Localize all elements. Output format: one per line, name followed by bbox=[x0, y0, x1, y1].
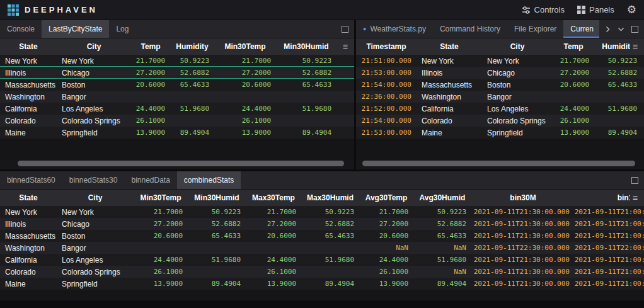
cell-state[interactable]: Illinois bbox=[417, 67, 482, 79]
cell-avg30humid[interactable]: 89.4904 bbox=[413, 278, 471, 290]
column-header-temp[interactable]: Temp bbox=[553, 42, 594, 51]
tab-binneddata[interactable]: binnedData bbox=[124, 171, 176, 189]
column-header-city[interactable]: City bbox=[57, 42, 131, 51]
cell-city[interactable]: New York bbox=[57, 206, 134, 218]
cell-avg30humid[interactable]: 65.4633 bbox=[413, 230, 471, 242]
cell-state[interactable]: Maine bbox=[417, 127, 482, 139]
cell-city[interactable]: Boston bbox=[57, 79, 131, 91]
column-header-max30humid[interactable]: Max30Humid bbox=[301, 193, 359, 202]
cell-timestamp[interactable]: 21:53:00.000 bbox=[356, 67, 417, 79]
cell-city[interactable]: Colorado Springs bbox=[57, 115, 131, 127]
cell-humidity[interactable]: 51.9680 bbox=[170, 103, 214, 115]
table-row[interactable]: IllinoisChicago27.200052.688227.200052.6… bbox=[0, 218, 644, 230]
cell-min30temp[interactable]: 20.6000 bbox=[214, 79, 276, 91]
table-row[interactable]: CaliforniaLos Angeles24.400051.968024.40… bbox=[0, 103, 354, 115]
cell-avg30humid[interactable]: 51.9680 bbox=[413, 254, 471, 266]
cell-temp[interactable]: 27.2000 bbox=[131, 67, 170, 79]
panels-button[interactable]: Panels bbox=[577, 5, 614, 14]
cell-bin30m[interactable]: 2021-09-11T21:30:00.000 bbox=[471, 218, 575, 230]
column-header-avg30humid[interactable]: Avg30Humid bbox=[413, 193, 471, 202]
column-header-state[interactable]: State bbox=[0, 193, 57, 202]
cell-min30humid[interactable]: 89.4904 bbox=[276, 127, 336, 139]
table-row[interactable]: 21:53:00.000MaineSpringfield13.900089.49… bbox=[356, 127, 644, 139]
cell-min30temp[interactable]: 20.6000 bbox=[134, 230, 188, 242]
cell-max30humid[interactable]: 50.9223 bbox=[301, 206, 359, 218]
cell-min30temp[interactable]: 26.1000 bbox=[214, 115, 276, 127]
tab-log[interactable]: Log bbox=[109, 20, 135, 38]
maximize-icon[interactable] bbox=[342, 26, 348, 33]
cell-avg30temp[interactable]: 24.4000 bbox=[359, 254, 413, 266]
column-header-max30temp[interactable]: Max30Temp bbox=[246, 193, 301, 202]
cell-max30humid[interactable]: 52.6882 bbox=[301, 218, 359, 230]
cell-min30humid[interactable]: 51.9680 bbox=[276, 103, 336, 115]
cell-state[interactable]: Illinois bbox=[0, 218, 57, 230]
cell-timestamp[interactable]: 21:54:00.000 bbox=[356, 79, 417, 91]
cell-humidity[interactable]: 65.4633 bbox=[170, 79, 214, 91]
cell-max30humid[interactable]: 65.4633 bbox=[301, 230, 359, 242]
cell-temp[interactable]: 21.7000 bbox=[553, 55, 594, 67]
tab-command-history[interactable]: Command History bbox=[433, 20, 507, 38]
tab-curren[interactable]: Curren bbox=[563, 20, 599, 38]
cell-humidity[interactable] bbox=[594, 115, 642, 127]
cell-max30humid[interactable] bbox=[301, 266, 359, 278]
column-header-timestamp[interactable]: Timestamp bbox=[356, 42, 417, 51]
cell-city[interactable]: New York bbox=[482, 55, 553, 67]
cell-city[interactable]: Bangor bbox=[57, 242, 134, 254]
cell-temp[interactable]: 20.6000 bbox=[553, 79, 594, 91]
cell-humidity[interactable] bbox=[170, 91, 214, 103]
cell-state[interactable]: Illinois bbox=[0, 67, 57, 79]
table-row[interactable]: 21:51:00.000New YorkNew York21.700050.92… bbox=[356, 55, 644, 67]
cell-city[interactable]: Boston bbox=[482, 79, 553, 91]
cell-min30humid[interactable]: 65.4633 bbox=[188, 230, 246, 242]
cell-humidity[interactable]: 51.9680 bbox=[594, 103, 642, 115]
cell-avg30temp[interactable]: 27.2000 bbox=[359, 218, 413, 230]
cell-avg30temp[interactable]: 20.6000 bbox=[359, 230, 413, 242]
cell-humidity[interactable]: 52.6882 bbox=[594, 67, 642, 79]
cell-timestamp[interactable]: 21:52:00.000 bbox=[356, 103, 417, 115]
cell-city[interactable]: Colorado Springs bbox=[57, 266, 134, 278]
cell-temp[interactable]: 26.1000 bbox=[131, 115, 170, 127]
column-header-city[interactable]: City bbox=[482, 42, 553, 51]
cell-bin30m[interactable]: 2021-09-11T21:30:00.000 bbox=[471, 266, 575, 278]
cell-temp[interactable]: 26.1000 bbox=[553, 115, 594, 127]
cell-state[interactable]: Massachusetts bbox=[0, 79, 57, 91]
cell-min30temp[interactable]: 21.7000 bbox=[134, 206, 188, 218]
cell-state[interactable]: Colorado bbox=[0, 266, 57, 278]
cell-temp[interactable]: 20.6000 bbox=[131, 79, 170, 91]
cell-temp[interactable]: 13.9000 bbox=[131, 127, 170, 139]
cell-city[interactable]: Chicago bbox=[482, 67, 553, 79]
table-row[interactable]: MaineSpringfield13.900089.490413.900089.… bbox=[0, 278, 644, 290]
cell-max30humid[interactable]: 51.9680 bbox=[301, 254, 359, 266]
cell-state[interactable]: Washington bbox=[0, 91, 57, 103]
column-menu-icon[interactable]: ≡ bbox=[630, 38, 640, 55]
cell-state[interactable]: Massachusetts bbox=[417, 79, 482, 91]
cell-max30humid[interactable] bbox=[301, 242, 359, 254]
cell-city[interactable]: Bangor bbox=[482, 91, 553, 103]
cell-avg30temp[interactable]: 21.7000 bbox=[359, 206, 413, 218]
cell-avg30humid[interactable]: 50.9223 bbox=[413, 206, 471, 218]
cell-state[interactable]: California bbox=[417, 103, 482, 115]
cell-timestamp[interactable]: 21:53:00.000 bbox=[356, 127, 417, 139]
cell-temp[interactable] bbox=[131, 91, 170, 103]
cell-temp[interactable]: 27.2000 bbox=[553, 67, 594, 79]
table-row[interactable]: CaliforniaLos Angeles24.400051.968024.40… bbox=[0, 254, 644, 266]
cell-city[interactable]: Bangor bbox=[57, 91, 131, 103]
cell-min30temp[interactable]: 27.2000 bbox=[134, 218, 188, 230]
cell-max30humid[interactable]: 89.4904 bbox=[301, 278, 359, 290]
cell-state[interactable]: Maine bbox=[0, 278, 57, 290]
scrollbar-thumb[interactable] bbox=[362, 161, 635, 166]
chevron-right-icon[interactable] bbox=[605, 26, 611, 33]
cell-city[interactable]: Springfield bbox=[57, 278, 134, 290]
cell-city[interactable]: Springfield bbox=[482, 127, 553, 139]
maximize-icon[interactable] bbox=[631, 26, 638, 33]
cell-min30temp[interactable]: 24.4000 bbox=[214, 103, 276, 115]
cell-max30temp[interactable]: 21.7000 bbox=[246, 206, 301, 218]
cell-avg30temp[interactable]: NaN bbox=[359, 242, 413, 254]
tab-lastbycitystate[interactable]: LastByCityState bbox=[42, 20, 109, 38]
cell-humidity[interactable]: 65.4633 bbox=[594, 79, 642, 91]
horizontal-scrollbar[interactable] bbox=[4, 161, 350, 166]
cell-city[interactable]: Colorado Springs bbox=[482, 115, 553, 127]
cell-avg30humid[interactable]: NaN bbox=[413, 266, 471, 278]
cell-temp[interactable] bbox=[553, 91, 594, 103]
table-row[interactable]: WashingtonBangor bbox=[0, 91, 354, 103]
